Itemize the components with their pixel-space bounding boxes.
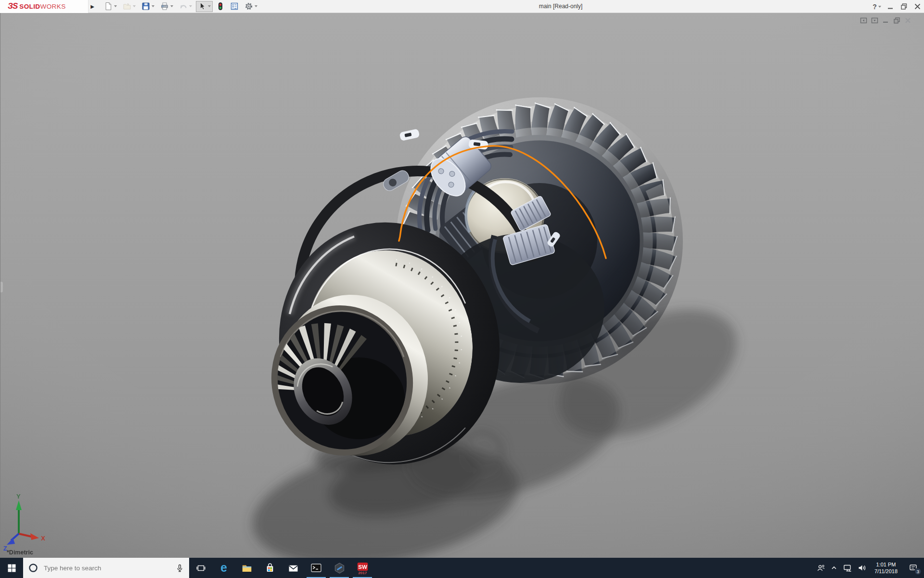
mail-icon (288, 563, 299, 574)
svg-text:SW: SW (358, 564, 367, 569)
traffic-light-button[interactable] (215, 1, 226, 12)
gear-icon (244, 2, 253, 11)
document-window-controls (860, 17, 911, 24)
taskbar-clock[interactable]: 1:01 PM 7/11/2018 (869, 561, 903, 575)
search-input[interactable] (43, 564, 171, 572)
clock-time: 1:01 PM (869, 561, 903, 568)
system-tray: 1:01 PM 7/11/2018 3 (813, 558, 924, 578)
restore-button[interactable] (897, 0, 911, 13)
minimize-document-icon[interactable] (882, 17, 889, 24)
edge-icon: e (218, 562, 230, 574)
store-icon (265, 563, 275, 573)
select-tool-button[interactable] (196, 1, 213, 12)
network-icon (843, 563, 852, 573)
start-button[interactable] (0, 558, 23, 578)
minimize-icon (887, 4, 893, 10)
network-button[interactable] (840, 558, 855, 578)
svg-text:e: e (220, 562, 227, 574)
taskbar-app-mail[interactable] (282, 558, 305, 578)
toolbar-flyout-button[interactable]: ▶ (89, 1, 96, 12)
feature-manager-collapsed-tab[interactable] (0, 282, 3, 292)
window-title: main [Read-only] (539, 0, 583, 13)
brand-mark-icon: ЗS (8, 1, 17, 11)
volume-button[interactable] (855, 558, 869, 578)
view-orientation-label: *Dimetric (7, 549, 33, 556)
open-document-button[interactable] (121, 1, 138, 12)
select-cursor-icon (198, 2, 206, 11)
open-icon (123, 2, 131, 11)
task-view-button[interactable] (189, 558, 212, 578)
save-icon (141, 2, 150, 11)
volume-icon (857, 563, 867, 573)
brand-name-bold: SOLID (19, 3, 40, 10)
print-button[interactable] (158, 1, 175, 12)
new-document-icon (104, 2, 113, 11)
task-view-icon (196, 564, 205, 573)
people-icon (816, 564, 825, 573)
windows-logo-icon (8, 564, 16, 572)
command-prompt-icon (310, 562, 322, 574)
window-controls: ? (870, 0, 924, 13)
help-button[interactable]: ? (870, 0, 884, 13)
triad-x-label: X (41, 535, 45, 542)
taskbar-app-hexagon-cad[interactable] (328, 558, 351, 578)
microphone-icon[interactable] (175, 564, 184, 573)
print-icon (160, 2, 169, 11)
close-document-icon[interactable] (904, 17, 911, 24)
svg-text:2017: 2017 (358, 570, 367, 574)
restore-document-icon[interactable] (893, 17, 900, 24)
undo-icon (179, 2, 188, 11)
hexagon-app-icon (334, 562, 346, 574)
brand-name-light: WORKS (40, 3, 66, 10)
new-document-button[interactable] (102, 1, 119, 12)
restore-pane-down-icon[interactable] (871, 17, 878, 24)
restore-pane-left-icon[interactable] (860, 17, 867, 24)
file-explorer-icon (242, 563, 252, 573)
file-properties-button[interactable] (228, 1, 241, 12)
save-button[interactable] (140, 1, 156, 12)
taskbar-app-store[interactable] (258, 558, 282, 578)
people-button[interactable] (813, 558, 828, 578)
undo-button[interactable] (177, 1, 194, 12)
windows-taskbar: e (0, 558, 924, 578)
minimize-button[interactable] (884, 0, 897, 13)
taskbar-search[interactable] (23, 558, 189, 578)
solidworks-logo: ЗS SOLIDWORKS (0, 0, 89, 13)
taskbar-app-file-explorer[interactable] (235, 558, 258, 578)
quick-access-toolbar (101, 0, 260, 13)
graphics-viewport[interactable]: Y X Z *Dimetric (0, 13, 924, 558)
taskbar-app-solidworks[interactable]: SW 2017 (351, 558, 374, 578)
action-center-button[interactable]: 3 (903, 558, 924, 578)
taskbar-app-edge[interactable]: e (212, 558, 235, 578)
triad-y-label: Y (16, 493, 21, 500)
taskbar-app-command-prompt[interactable] (305, 558, 328, 578)
close-button[interactable] (911, 0, 924, 13)
hidden-icons-button[interactable] (828, 558, 840, 578)
options-button[interactable] (243, 1, 259, 12)
close-icon (914, 3, 921, 10)
help-caret-icon (878, 6, 881, 8)
clock-date: 7/11/2018 (869, 568, 903, 575)
notification-badge: 3 (914, 568, 922, 575)
solidworks-2017-icon: SW 2017 (356, 562, 369, 575)
file-properties-icon (230, 2, 239, 11)
traffic-light-icon (217, 2, 224, 11)
restore-icon (901, 3, 907, 10)
titlebar: ЗS SOLIDWORKS ▶ (0, 0, 924, 13)
cortana-icon (28, 563, 38, 573)
engine-3d-model[interactable]: Y X Z (0, 13, 924, 558)
chevron-up-icon (831, 565, 837, 571)
